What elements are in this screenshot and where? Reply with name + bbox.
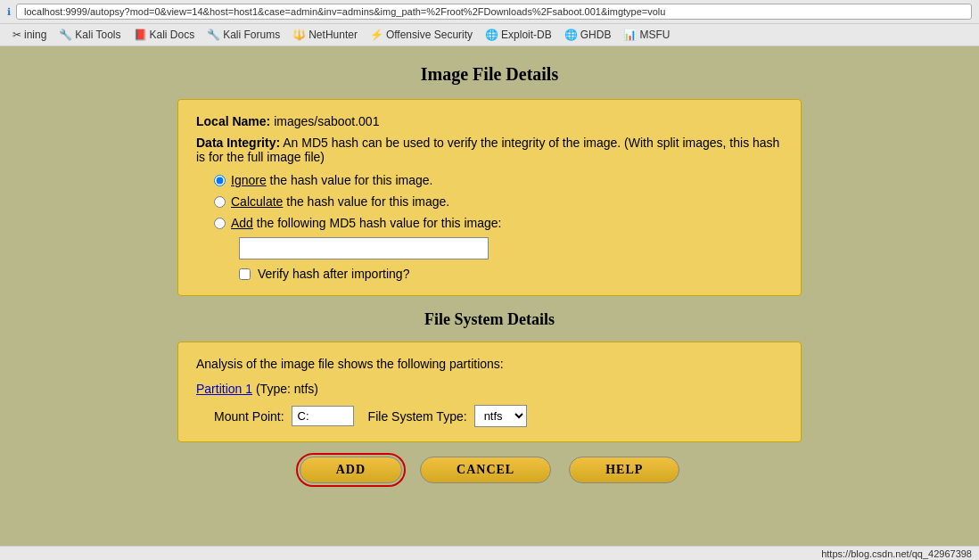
bookmark-kali-tools[interactable]: 🔧 Kali Tools	[53, 27, 126, 43]
radio-ignore-label[interactable]: Ignore the hash value for this image.	[231, 173, 432, 187]
radio-add-label[interactable]: Add the following MD5 hash value for thi…	[231, 216, 502, 230]
fs-fields: Mount Point: File System Type: ntfs fat …	[214, 405, 783, 427]
bookmark-kali-forums[interactable]: 🔧 Kali Forums	[202, 27, 285, 43]
nethunter-icon: 🔱	[292, 29, 306, 41]
bookmark-msfu-label: MSFU	[639, 29, 670, 41]
ignore-link[interactable]: Ignore	[231, 173, 267, 187]
mount-point-group: Mount Point:	[214, 406, 354, 426]
bookmark-exploit-db[interactable]: 🌐 Exploit-DB	[480, 27, 557, 43]
fs-panel: Analysis of the image file shows the fol…	[177, 342, 802, 442]
local-name-value: images/saboot.001	[274, 114, 379, 128]
partition-link[interactable]: Partition 1	[196, 382, 252, 396]
lightning-icon: ⚡	[370, 29, 383, 41]
page-title: Image File Details	[18, 64, 961, 85]
bookmark-nethunter[interactable]: 🔱 NetHunter	[287, 27, 363, 43]
url-input[interactable]: localhost:9999/autopsy?mod=0&view=14&hos…	[16, 4, 972, 20]
data-integrity-row: Data Integrity: An MD5 hash can be used …	[196, 136, 783, 164]
radio-ignore[interactable]	[214, 175, 226, 186]
bookmark-kali-docs[interactable]: 📕 Kali Docs	[128, 27, 201, 43]
ghdb-icon: 🌐	[564, 29, 578, 41]
md5-hash-input[interactable]	[239, 237, 489, 259]
fs-section-title: File System Details	[18, 310, 961, 329]
bookmark-ghdb-label: GHDB	[580, 29, 612, 41]
add-text: the following MD5 hash value for this im…	[257, 216, 502, 230]
verify-label: Verify hash after importing?	[258, 267, 409, 281]
verify-checkbox[interactable]	[239, 268, 251, 280]
partition-row: Partition 1 (Type: ntfs)	[196, 382, 783, 396]
bookmark-nethunter-label: NetHunter	[309, 29, 358, 41]
bookmark-training[interactable]: ✂ ining	[7, 27, 52, 43]
hash-radio-group: Ignore the hash value for this image. Ca…	[214, 173, 783, 281]
radio-add-item: Add the following MD5 hash value for thi…	[214, 216, 783, 230]
bookmarks-bar: ✂ ining 🔧 Kali Tools 📕 Kali Docs 🔧 Kali …	[0, 24, 979, 46]
bookmark-kali-docs-label: Kali Docs	[150, 29, 195, 41]
calculate-text: the hash value for this image.	[286, 194, 449, 209]
main-content: Image File Details Local Name: images/sa…	[0, 46, 979, 546]
radio-calculate-item: Calculate the hash value for this image.	[214, 194, 783, 209]
add-button[interactable]: Add	[300, 457, 402, 483]
ignore-text: the hash value for this image.	[270, 173, 433, 187]
radio-add[interactable]	[214, 218, 226, 229]
local-name-row: Local Name: images/saboot.001	[196, 114, 783, 128]
book-icon: 📕	[134, 29, 147, 41]
bookmark-ghdb[interactable]: 🌐 GHDB	[559, 27, 617, 43]
fs-type-group: File System Type: ntfs fat ext2 ext3 raw	[368, 405, 527, 427]
scissors-icon: ✂	[12, 29, 21, 41]
bookmark-msfu[interactable]: 📊 MSFU	[618, 27, 675, 43]
bookmark-offensive-security[interactable]: ⚡ Offensive Security	[365, 27, 478, 43]
status-bar: https://blog.csdn.net/qq_42967398	[0, 546, 979, 560]
fs-type-select[interactable]: ntfs fat ext2 ext3 raw	[474, 405, 527, 427]
bookmark-kali-forums-label: Kali Forums	[223, 29, 280, 41]
forums-icon: 🔧	[207, 29, 220, 41]
bookmark-training-label: ining	[24, 29, 46, 41]
buttons-area: Add Cancel Help	[18, 457, 961, 492]
local-name-label: Local Name:	[196, 114, 270, 128]
mount-point-label: Mount Point:	[214, 409, 284, 424]
radio-calculate-label[interactable]: Calculate the hash value for this image.	[231, 194, 449, 209]
radio-ignore-item: Ignore the hash value for this image.	[214, 173, 783, 187]
globe-icon: 🌐	[485, 29, 498, 41]
mount-point-input[interactable]	[292, 406, 354, 426]
verify-row: Verify hash after importing?	[239, 267, 783, 281]
analysis-text: Analysis of the image file shows the fol…	[196, 357, 783, 371]
wrench-icon: 🔧	[59, 29, 72, 41]
url-text: localhost:9999/autopsy?mod=0&view=14&hos…	[24, 6, 665, 17]
cancel-button[interactable]: Cancel	[420, 457, 551, 483]
image-details-panel: Local Name: images/saboot.001 Data Integ…	[177, 99, 802, 296]
bookmark-offensive-security-label: Offensive Security	[386, 29, 473, 41]
status-url: https://blog.csdn.net/qq_42967398	[821, 548, 972, 559]
help-button[interactable]: Help	[569, 457, 679, 483]
data-integrity-label: Data Integrity:	[196, 136, 280, 150]
info-icon: ℹ	[7, 6, 11, 18]
fs-type-label: File System Type:	[368, 409, 467, 424]
add-link[interactable]: Add	[231, 216, 253, 230]
calculate-link[interactable]: Calculate	[231, 194, 283, 209]
bookmark-kali-tools-label: Kali Tools	[75, 29, 120, 41]
bookmark-exploit-db-label: Exploit-DB	[501, 29, 552, 41]
browser-url-bar: ℹ localhost:9999/autopsy?mod=0&view=14&h…	[0, 0, 979, 24]
partition-type: (Type: ntfs)	[256, 382, 318, 396]
radio-calculate[interactable]	[214, 196, 226, 208]
msfu-icon: 📊	[623, 29, 637, 41]
data-integrity-text: An MD5 hash can be used to verify the in…	[196, 136, 779, 164]
